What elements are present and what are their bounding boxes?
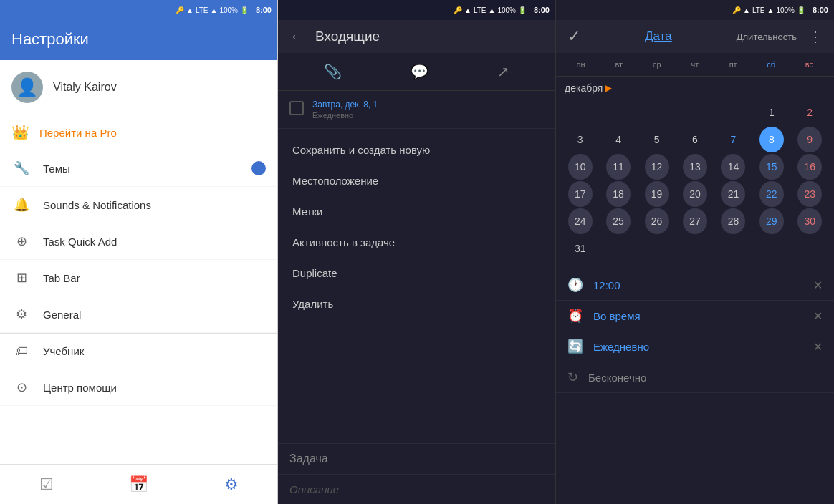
cal-day-5[interactable]: 5	[645, 127, 669, 152]
cal-day-15[interactable]: 15	[759, 154, 784, 180]
profile-row[interactable]: 👤 Vitaly Kairov	[0, 60, 277, 115]
general-icon: ⚙	[11, 306, 32, 322]
cal-day-30[interactable]: 30	[797, 208, 822, 234]
task-recur: Ежедневно	[312, 111, 544, 120]
inbox-title: Входящие	[315, 29, 380, 44]
cal-day-20[interactable]: 20	[683, 181, 707, 207]
task-quick-add-icon: ⊕	[11, 233, 32, 249]
menu-label-task-quick-add: Task Quick Add	[43, 236, 266, 248]
pro-label: Перейти на Pro	[39, 127, 117, 139]
nav-calendar[interactable]: 📅	[92, 465, 185, 504]
menu-label-tutorial: Учебник	[43, 345, 266, 357]
cal-day-7[interactable]: 7	[721, 127, 745, 152]
lte-label2: LTE	[474, 6, 486, 14]
themes-badge	[251, 161, 266, 175]
menu-delete[interactable]: Удалить	[278, 289, 555, 319]
cal-day-16[interactable]: 16	[797, 154, 822, 180]
cal-day-13[interactable]: 13	[683, 154, 707, 180]
menu-item-sounds[interactable]: 🔔 Sounds & Notifications	[0, 187, 277, 223]
cal-day-2[interactable]: 2	[797, 100, 822, 125]
task-checkbox[interactable]	[289, 101, 304, 115]
cal-day-empty4	[683, 100, 707, 125]
cal-day-6[interactable]: 6	[683, 127, 707, 152]
reminders-section: 🕐 12:00 ✕ ⏰ Во время ✕ 🔄 Ежедневно ✕ ↻ Б…	[556, 264, 834, 399]
status-time-inbox: 8:00	[534, 6, 550, 14]
month-label: декабря	[565, 82, 603, 94]
cal-day-11[interactable]: 11	[606, 154, 631, 180]
cal-day-26[interactable]: 26	[645, 208, 669, 234]
inbox-panel: 🔑 ▲ LTE ▲ 100% 🔋 8:00 ← Входящие 📎 💬 ↗ З…	[278, 0, 556, 504]
task-section-label: Задача	[278, 443, 555, 475]
cal-day-18[interactable]: 18	[606, 181, 631, 207]
reminder-alarm-label[interactable]: Во время	[593, 310, 813, 322]
cal-day-10[interactable]: 10	[568, 154, 593, 180]
month-row: декабря ▶	[556, 77, 834, 100]
menu-item-task-quick-add[interactable]: ⊕ Task Quick Add	[0, 223, 277, 260]
menu-label-sounds: Sounds & Notifications	[43, 199, 266, 211]
date-tab[interactable]: Дата	[586, 29, 731, 44]
menu-location[interactable]: Местоположение	[278, 165, 555, 196]
status-bar-calendar: 🔑 ▲ LTE ▲ 100% 🔋 8:00	[556, 0, 834, 20]
weekday-headers: пн вт ср чт пт сб вс	[556, 53, 834, 77]
cal-day-27[interactable]: 27	[683, 208, 707, 234]
reminder-time-label[interactable]: 12:00	[593, 279, 813, 291]
reminder-repeat-close[interactable]: ✕	[813, 340, 823, 354]
menu-item-general[interactable]: ⚙ General	[0, 296, 277, 333]
nav-settings[interactable]: ⚙	[185, 465, 277, 504]
cal-day-29[interactable]: 29	[759, 208, 784, 234]
menu-save-new[interactable]: Сохранить и создать новую	[278, 135, 555, 165]
cal-day-28[interactable]: 28	[721, 208, 745, 234]
reminder-repeat-label[interactable]: Ежедневно	[593, 341, 813, 353]
description-section[interactable]: Описание	[278, 475, 555, 504]
month-arrow-icon[interactable]: ▶	[605, 83, 612, 93]
cal-day-22[interactable]: 22	[759, 181, 784, 207]
menu-activity[interactable]: Активность в задаче	[278, 227, 555, 258]
menu-item-tab-bar[interactable]: ⊞ Tab Bar	[0, 260, 277, 296]
menu-item-help[interactable]: ⊙ Центр помощи	[0, 369, 277, 406]
weekday-mon: пн	[562, 57, 600, 72]
cal-day-9[interactable]: 9	[797, 127, 822, 152]
menu-tags[interactable]: Метки	[278, 196, 555, 227]
alarm-icon: ⏰	[567, 308, 583, 324]
back-button[interactable]: ←	[289, 27, 305, 46]
cal-day-24[interactable]: 24	[568, 208, 593, 234]
cal-day-8[interactable]: 8	[759, 127, 784, 152]
nav-tasks[interactable]: ☑	[0, 465, 92, 504]
menu-duplicate[interactable]: Duplicate	[278, 258, 555, 289]
infinite-icon: ↻	[567, 369, 578, 385]
cal-day-21[interactable]: 21	[721, 181, 745, 207]
pro-upgrade-row[interactable]: 👑 Перейти на Pro	[0, 115, 277, 150]
more-icon[interactable]: ⋮	[808, 28, 823, 45]
cal-day-12[interactable]: 12	[645, 154, 669, 180]
cal-day-3[interactable]: 3	[568, 127, 593, 152]
status-bar-inbox: 🔑 ▲ LTE ▲ 100% 🔋 8:00	[278, 0, 555, 20]
themes-icon: 🔧	[11, 160, 32, 176]
crown-icon: 👑	[11, 124, 29, 141]
chat-icon[interactable]: 💬	[403, 60, 436, 83]
reminder-alarm-close[interactable]: ✕	[813, 309, 823, 323]
lte-label3: LTE	[752, 6, 765, 14]
cal-day-14[interactable]: 14	[721, 154, 745, 180]
cal-day-1[interactable]: 1	[759, 100, 784, 125]
calendar-header: ✓ Дата Длительность ⋮	[556, 20, 834, 53]
menu-label-tab-bar: Tab Bar	[43, 272, 266, 284]
menu-item-themes[interactable]: 🔧 Темы	[0, 150, 277, 187]
cal-day-17[interactable]: 17	[568, 181, 593, 207]
cal-day-31[interactable]: 31	[568, 236, 593, 261]
reminder-infinite-label: Бесконечно	[588, 372, 823, 384]
reminder-infinite: ↻ Бесконечно	[556, 362, 834, 393]
duration-tab[interactable]: Длительность	[737, 32, 797, 42]
cal-day-19[interactable]: 19	[645, 181, 669, 207]
cal-day-4[interactable]: 4	[606, 127, 631, 152]
tab-bar-icon: ⊞	[11, 270, 32, 286]
reminder-time-close[interactable]: ✕	[813, 278, 823, 292]
share-icon[interactable]: ↗	[490, 60, 517, 83]
cal-day-25[interactable]: 25	[606, 208, 631, 234]
task-row[interactable]: Завтра, дек. 8, 1 Ежедневно	[278, 91, 555, 129]
menu-item-tutorial[interactable]: 🏷 Учебник	[0, 334, 277, 369]
battery-icon3: 🔋	[797, 6, 805, 14]
cal-day-23[interactable]: 23	[797, 181, 822, 207]
lte-label: LTE	[196, 6, 208, 14]
attachment-icon[interactable]: 📎	[317, 60, 349, 83]
check-button[interactable]: ✓	[567, 27, 580, 46]
